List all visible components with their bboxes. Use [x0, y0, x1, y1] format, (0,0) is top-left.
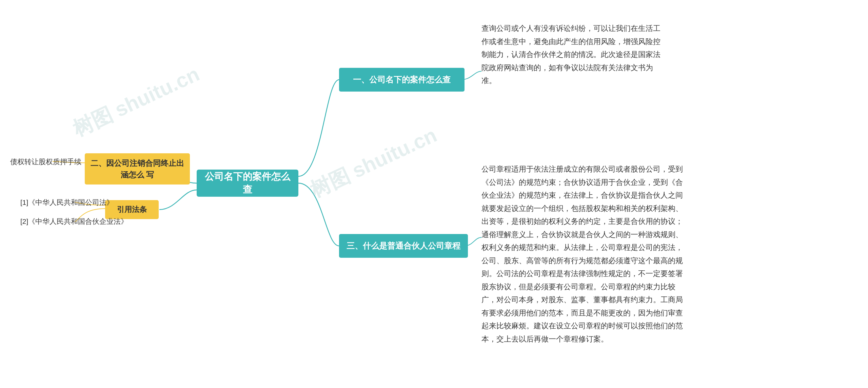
branch-b4-label: 三、什么是普通合伙人公司章程	[347, 240, 460, 251]
connections-svg	[0, 0, 868, 388]
text-t1-content: 查询公司或个人有没有诉讼纠纷，可以让我们在生活工作或者生意中，避免由此产生的信用…	[481, 24, 660, 85]
branch-b1: 二、因公司注销合同终止出涵怎么 写	[85, 153, 190, 185]
text-t2-content: 公司章程适用于依法注册成立的有限公司或者股份公司，受到《公司法》的规范约束；合伙…	[481, 165, 683, 343]
leaf-l2-label: [1]《中华人民共和国公司法》	[20, 198, 114, 206]
leaf-l2: [1]《中华人民共和国公司法》	[20, 197, 114, 208]
text-block-t1: 查询公司或个人有没有诉讼纠纷，可以让我们在生活工作或者生意中，避免由此产生的信用…	[481, 22, 665, 88]
branch-b1-label: 二、因公司注销合同终止出涵怎么 写	[90, 157, 185, 181]
leaf-l3: [2]《中华人民共和国合伙企业法》	[20, 216, 128, 227]
watermark-2: 树图 shuitu.cn	[306, 122, 441, 205]
branch-b3-label: 一、公司名下的案件怎么查	[353, 74, 451, 85]
branch-b4: 三、什么是普通合伙人公司章程	[339, 234, 468, 258]
leaf-l3-label: [2]《中华人民共和国合伙企业法》	[20, 217, 128, 225]
leaf-l1-label: 债权转让股权质押手续	[10, 158, 81, 166]
mindmap-container: 公司名下的案件怎么查 二、因公司注销合同终止出涵怎么 写 引用法条 一、公司名下…	[0, 0, 868, 388]
leaf-l1: 债权转让股权质押手续	[10, 156, 81, 168]
text-block-t2: 公司章程适用于依法注册成立的有限公司或者股份公司，受到《公司法》的规范约束；合伙…	[481, 163, 685, 346]
branch-b3: 一、公司名下的案件怎么查	[339, 68, 465, 92]
center-node: 公司名下的案件怎么查	[197, 170, 298, 197]
center-label: 公司名下的案件怎么查	[203, 170, 292, 196]
watermark-1: 树图 shuitu.cn	[68, 61, 204, 143]
branch-b2-label: 引用法条	[117, 205, 147, 215]
